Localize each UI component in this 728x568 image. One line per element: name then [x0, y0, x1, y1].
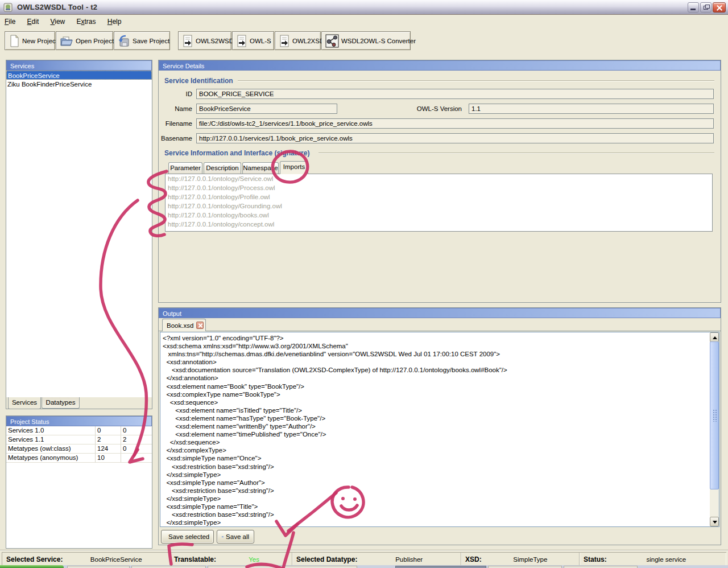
scrollbar-grip: [713, 409, 717, 422]
new-project-button[interactable]: New Project: [5, 31, 55, 50]
status-value: single service: [607, 556, 726, 563]
import-url-item[interactable]: http://127.0.0.1/ontology/Service.owl: [166, 174, 712, 183]
tab-parameter[interactable]: Parameter: [168, 162, 202, 174]
menu-item-file[interactable]: File: [5, 18, 15, 26]
save-all-button[interactable]: Save all: [217, 530, 254, 544]
status-row-label: Metatypes (anonymous): [6, 454, 96, 462]
owl2xsd-label: OWL2XSD: [292, 38, 324, 44]
xml-line: </xsd:simpleType>: [163, 518, 703, 526]
owl-s-button[interactable]: OWL-S: [232, 31, 274, 50]
converter-molecule-icon: [325, 34, 339, 48]
xsd-value: SimpleType: [482, 556, 579, 563]
owls-version-field[interactable]: 1.1: [469, 104, 714, 114]
restore-button[interactable]: [700, 2, 712, 13]
import-url-item[interactable]: http://127.0.0.1/ontology/books.owl: [166, 211, 712, 220]
taskbar-button-active[interactable]: [395, 566, 486, 568]
run-arrow-icon: [236, 35, 247, 47]
taskbar-button[interactable]: [67, 566, 130, 568]
close-button[interactable]: [713, 2, 726, 13]
owls2wsdl-button[interactable]: OWLS2WSDL: [178, 31, 231, 50]
open-project-label: Open Project: [76, 38, 114, 44]
import-url-item[interactable]: http://127.0.0.1/ontology/Profile.owl: [166, 192, 712, 201]
owls-version-label: OWL-S Version: [398, 104, 462, 114]
menu-item-help[interactable]: Help: [107, 18, 122, 26]
status-row-count2: 0: [121, 426, 152, 435]
run-arrow-icon: [182, 35, 193, 47]
bottom-tab-services[interactable]: Services: [8, 397, 41, 409]
save-all-label: Save all: [226, 533, 249, 540]
status-seg-selected-service: Selected Service: BookPriceService: [2, 553, 170, 566]
xml-line: </xsd:simpleType>: [163, 495, 703, 503]
scrollbar-up-button[interactable]: [710, 332, 719, 342]
save-selected-label: Save selected: [168, 533, 209, 540]
scrollbar-thumb[interactable]: [710, 341, 719, 489]
name-field[interactable]: BookPriceService: [196, 104, 337, 114]
owl-s-label: OWL-S: [250, 38, 271, 44]
xml-line: </xsd:complexType>: [163, 446, 703, 454]
wsdl2owls-converter-button[interactable]: WSDL2OWL-S Converter: [321, 31, 411, 50]
project-status-row: Metatypes (owl:class) 124 0: [6, 444, 152, 454]
save-project-button[interactable]: Save Project: [114, 31, 170, 50]
project-status-row: Services 1.1 2 2: [6, 435, 152, 444]
import-url-item[interactable]: http://127.0.0.1/ontology/Process.owl: [166, 183, 712, 192]
services-panel-header: Services: [6, 60, 152, 71]
menu-bar: File Edit View Extras Help: [0, 15, 728, 28]
xml-line: <xsd:documentation source="Translation (…: [163, 366, 703, 374]
xml-line: <xsd:simpleType name="Once">: [163, 454, 703, 462]
menu-item-extras[interactable]: Extras: [76, 18, 96, 26]
status-row-count1: 124: [96, 444, 121, 453]
output-tab-label: Book.xsd: [167, 322, 193, 329]
tab-description[interactable]: Description: [204, 162, 241, 174]
menu-item-view[interactable]: View: [50, 18, 65, 26]
project-status-table: Services 1.0 0 0 Services 1.1 2 2 Metaty…: [6, 426, 152, 548]
menu-item-edit[interactable]: Edit: [27, 18, 39, 26]
new-document-icon: [9, 35, 20, 47]
import-url-item[interactable]: http://127.0.0.1/ontology/concept.owl: [166, 220, 712, 229]
new-project-label: New Project: [22, 38, 57, 44]
filename-field[interactable]: file:/C:/dist/owls-tc2_1/services/1.1/bo…: [196, 118, 714, 129]
taskbar-button[interactable]: [564, 566, 638, 568]
selected-datatype-value: Publisher: [357, 556, 461, 563]
save-selected-button[interactable]: Save selected: [161, 530, 214, 544]
status-label: Status:: [580, 555, 607, 563]
taskbar-button[interactable]: [131, 566, 206, 568]
services-list-item[interactable]: BookPriceService: [6, 71, 152, 80]
xml-line: <xsd:sequence>: [163, 398, 703, 406]
minimize-button[interactable]: [688, 2, 699, 13]
output-tab-bookxsd[interactable]: Book.xsd: [162, 319, 206, 331]
tab-close-icon[interactable]: [196, 322, 204, 329]
taskbar-button[interactable]: [488, 566, 562, 568]
tab-namespace[interactable]: Namespace: [242, 162, 279, 174]
translatable-label: Translatable:: [170, 555, 216, 563]
import-url-item[interactable]: http://127.0.0.1/ontology/Grounding.owl: [166, 201, 712, 211]
taskbar-button[interactable]: [284, 566, 357, 568]
service-details-header: Service Details: [159, 60, 721, 71]
translatable-value: Yes: [216, 556, 292, 563]
window-title: OWLS2WSDL Tool - t2: [17, 3, 97, 11]
xml-line: <xsd:complexType name="BookType">: [163, 390, 703, 398]
run-arrow-icon: [279, 35, 290, 47]
services-list: BookPriceServiceZiku BookFinderPriceServ…: [6, 71, 152, 397]
basename-field[interactable]: http://127.0.0.1/services/1.1/book_price…: [196, 133, 714, 143]
bottom-tab-datatypes[interactable]: Datatypes: [42, 397, 80, 409]
owls2wsdl-label: OWLS2WSDL: [196, 38, 238, 44]
taskbar-button[interactable]: [208, 566, 283, 568]
tab-imports[interactable]: Imports: [280, 161, 308, 174]
xml-line: </xsd:annotation>: [163, 374, 703, 382]
services-list-item[interactable]: Ziku BookFinderPriceService: [6, 80, 152, 89]
section-rule: [238, 80, 714, 81]
project-status-header: Project Status: [6, 416, 152, 426]
start-button-fragment[interactable]: [0, 565, 64, 568]
open-project-button[interactable]: Open Project: [56, 31, 113, 50]
output-header: Output: [159, 308, 721, 318]
owl2xsd-button[interactable]: OWL2XSD: [275, 31, 321, 50]
xml-line: <xsd:restriction base="xsd:string"/>: [163, 463, 703, 471]
status-seg-translatable: Translatable: Yes: [170, 553, 292, 566]
xml-line: <?xml version="1.0" encoding="UTF-8"?>: [163, 334, 703, 342]
scrollbar-down-button[interactable]: [710, 517, 719, 526]
wsdl2owls-converter-label: WSDL2OWL-S Converter: [341, 38, 416, 44]
xml-line: <xsd:element name="timePublished" type="…: [163, 430, 703, 438]
xml-line: <xsd:restriction base="xsd:string"/>: [163, 487, 703, 495]
project-status-row: Metatypes (anonymous) 10: [6, 454, 152, 463]
id-field[interactable]: BOOK_PRICE_SERVICE: [196, 89, 714, 99]
